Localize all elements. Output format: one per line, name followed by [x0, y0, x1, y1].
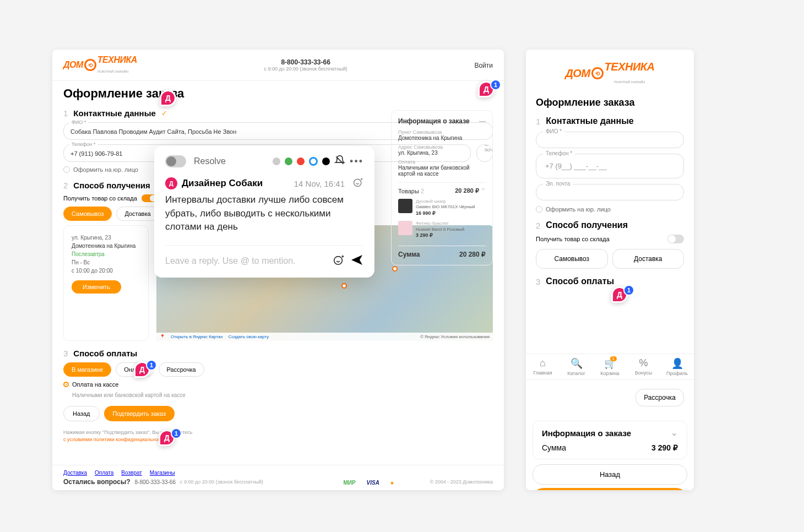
confirm-button[interactable]: Подтвердить заказ — [533, 488, 687, 490]
color-green[interactable] — [285, 158, 292, 165]
pin-badge: 1 — [146, 360, 157, 371]
nav-home[interactable]: ⌂Главная — [526, 357, 559, 376]
order-addr-label: Адрес Самовывоза — [398, 144, 486, 150]
reply-input[interactable] — [165, 256, 327, 266]
legal-link[interactable]: с условиями политики конфиденциальности. — [63, 437, 167, 442]
color-red[interactable] — [297, 158, 305, 165]
item-name: Galatec BIO MK701X Чёрный — [416, 204, 475, 210]
order-pickup-value: Домотехника на Крыгина — [398, 135, 486, 141]
step-1-title: Контактные данные — [546, 116, 633, 126]
back-button[interactable]: Назад — [533, 464, 687, 485]
from-stock-toggle[interactable] — [667, 235, 684, 243]
pickup-card: ул. Крыгина, 23 Домотехника на Крыгина П… — [63, 225, 149, 341]
check-icon: ✓ — [161, 109, 167, 117]
logo[interactable]: ДОМ ⟲ ТЕХНИКА ПОКУПАЙ ОНЛАЙН — [63, 55, 137, 75]
back-button[interactable]: Назад — [63, 406, 100, 421]
goods-label: Товары — [398, 188, 419, 194]
footer-payment-link[interactable]: Оплата — [95, 470, 113, 476]
color-grey[interactable] — [273, 158, 280, 165]
confirm-button[interactable]: Подтвердить заказ — [104, 406, 175, 421]
map-terms[interactable]: © Яндекс Условия использования — [420, 334, 490, 339]
step-3-number: 3 — [63, 349, 68, 358]
nav-catalog[interactable]: 🔍Каталог — [559, 357, 593, 376]
item-category: Фитнес-браслет — [416, 221, 464, 226]
fio-label: ФИО * — [69, 120, 88, 125]
footer-phone[interactable]: 8-800-333-33-66 — [135, 479, 176, 485]
sum-value: 20 280 ₽ — [459, 251, 486, 258]
order-item[interactable]: Духовой шкаф Galatec BIO MK701X Чёрный 1… — [398, 199, 486, 216]
order-info-title: Информация о заказе — [542, 428, 631, 438]
pickup-when: Послезавтра — [72, 250, 140, 258]
comment-avatar: Д — [165, 177, 177, 189]
resolve-toggle[interactable] — [165, 155, 186, 167]
tab-pickup[interactable]: Самовывоз — [63, 207, 112, 221]
add-reaction-icon[interactable] — [352, 177, 363, 190]
color-black[interactable] — [322, 158, 330, 165]
email-field[interactable]: Эл. почта — [536, 184, 684, 200]
step-1-number: 1 — [63, 108, 68, 118]
map-create-link[interactable]: Создать свою карту — [229, 334, 269, 339]
step-2-number: 2 — [63, 181, 68, 190]
map-pin-icon[interactable] — [341, 283, 347, 289]
search-icon: 🔍 — [559, 357, 593, 370]
tab-pickup[interactable]: Самовывоз — [536, 249, 608, 269]
card-mastercard-icon: ●● — [390, 480, 394, 486]
pin-avatar: Д — [160, 90, 176, 106]
order-info-panel: Информация о заказе — Пункт Самовывоза Д… — [391, 110, 493, 265]
logo-icon: ⟲ — [591, 67, 604, 79]
card-mir-icon: МИР — [343, 480, 355, 486]
pay-cash-label: Оплата на кассе — [72, 381, 118, 388]
percent-icon: % — [627, 357, 660, 369]
card-visa-icon: VISA — [367, 480, 379, 486]
logo-text-2: ТЕХНИКА — [605, 61, 655, 73]
item-thumbnail — [398, 221, 412, 235]
nav-profile[interactable]: 👤Профиль — [660, 357, 694, 376]
bell-off-icon[interactable] — [334, 155, 345, 168]
order-item[interactable]: Фитнес-браслет Huawei Band 8 Розовый 3 2… — [398, 221, 486, 238]
from-stock-label: Получить товар со склада — [63, 195, 137, 202]
svg-point-1 — [334, 257, 343, 265]
footer-copyright: © 2004 - 2023 Домотехника — [430, 479, 493, 485]
nav-cart[interactable]: 1🛒Корзина — [593, 357, 627, 376]
annotation-pin[interactable]: Д 1 — [478, 81, 501, 97]
fio-field[interactable]: ФИО * — [536, 132, 684, 148]
login-link[interactable]: Войти — [474, 62, 493, 69]
logo[interactable]: ДОМ ⟲ ТЕХНИКА ПОКУПАЙ ОНЛАЙН — [536, 61, 684, 86]
tel-field[interactable]: Телефон * +7 (9__) ___-__-__ — [536, 154, 684, 178]
chevron-down-icon[interactable]: ⌄ — [671, 428, 678, 438]
collapse-icon[interactable]: — — [479, 117, 486, 125]
map-open-link[interactable]: Открыть в Яндекс Картах — [171, 334, 223, 339]
step-1-number: 1 — [536, 117, 540, 126]
nav-bonus[interactable]: %Бонусы — [627, 357, 660, 376]
footer-stores-link[interactable]: Магазины — [150, 470, 175, 476]
step-2-title: Способ получения — [546, 220, 628, 230]
pay-cash-radio[interactable] — [63, 382, 69, 387]
tab-delivery[interactable]: Доставка — [612, 249, 685, 269]
add-emoji-icon[interactable] — [333, 254, 345, 268]
home-icon: ⌂ — [526, 357, 559, 369]
footer-delivery-link[interactable]: Доставка — [63, 470, 87, 476]
annotation-pin[interactable]: Д 1 — [159, 430, 182, 446]
tab-pay-split[interactable]: Рассрочка — [159, 362, 204, 377]
header-phone[interactable]: 8-800-333-33-66 — [264, 58, 347, 66]
pickup-address: ул. Крыгина, 23 — [72, 234, 140, 242]
order-info-title: Информация о заказе — [398, 117, 470, 125]
tab-pay-split[interactable]: Рассрочка — [635, 389, 684, 406]
legal-entity-radio[interactable] — [63, 166, 70, 173]
mobile-bottom-nav: ⌂Главная 🔍Каталог 1🛒Корзина %Бонусы 👤Про… — [526, 354, 694, 380]
send-icon[interactable] — [350, 253, 363, 269]
pickup-days: Пн - Вс — [72, 258, 140, 267]
annotation-pin[interactable]: Д 1 — [134, 361, 157, 378]
footer-return-link[interactable]: Возврат — [121, 470, 142, 476]
tab-pay-store[interactable]: В магазине — [63, 362, 111, 377]
change-pickup-button[interactable]: Изменить — [72, 280, 121, 294]
map-pin-icon[interactable] — [392, 266, 398, 272]
tab-delivery[interactable]: Доставка — [116, 207, 159, 221]
annotation-pin[interactable]: Д 1 — [611, 286, 634, 303]
more-icon[interactable]: ••• — [350, 156, 363, 167]
annotation-pin[interactable]: Д — [160, 90, 176, 106]
color-blue-selected[interactable] — [309, 157, 318, 166]
pay-cash-sublabel: Наличными или банковской картой на кассе — [72, 392, 186, 398]
legal-entity-radio[interactable] — [536, 206, 542, 213]
chevron-up-icon[interactable]: ⌃ — [481, 187, 486, 194]
